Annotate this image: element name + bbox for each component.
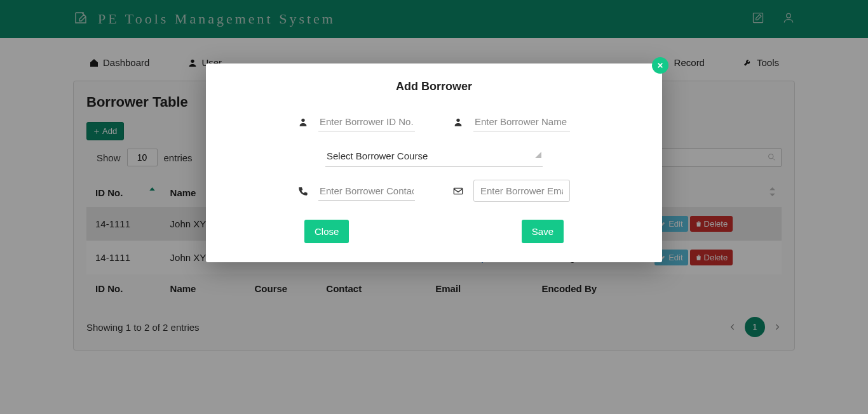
save-button[interactable]: Save xyxy=(522,220,564,243)
svg-point-5 xyxy=(456,119,459,122)
svg-rect-6 xyxy=(454,188,462,194)
borrower-course-select[interactable]: Select Borrower Course xyxy=(325,147,543,167)
borrower-id-input[interactable] xyxy=(318,112,415,131)
close-button[interactable]: Close xyxy=(304,220,349,243)
close-icon xyxy=(657,62,663,69)
chevron-down-icon xyxy=(535,152,541,158)
add-borrower-modal: Add Borrower Select Borrower Course Clos… xyxy=(206,63,662,262)
person-icon xyxy=(453,117,463,127)
borrower-contact-input[interactable] xyxy=(318,182,415,201)
borrower-name-input[interactable] xyxy=(473,112,570,131)
modal-title: Add Borrower xyxy=(231,80,637,93)
borrower-email-input[interactable] xyxy=(473,180,570,202)
envelope-icon xyxy=(453,186,463,196)
svg-point-4 xyxy=(301,119,304,122)
person-icon xyxy=(298,117,308,127)
phone-icon xyxy=(298,186,308,196)
modal-close-button[interactable] xyxy=(652,57,668,74)
